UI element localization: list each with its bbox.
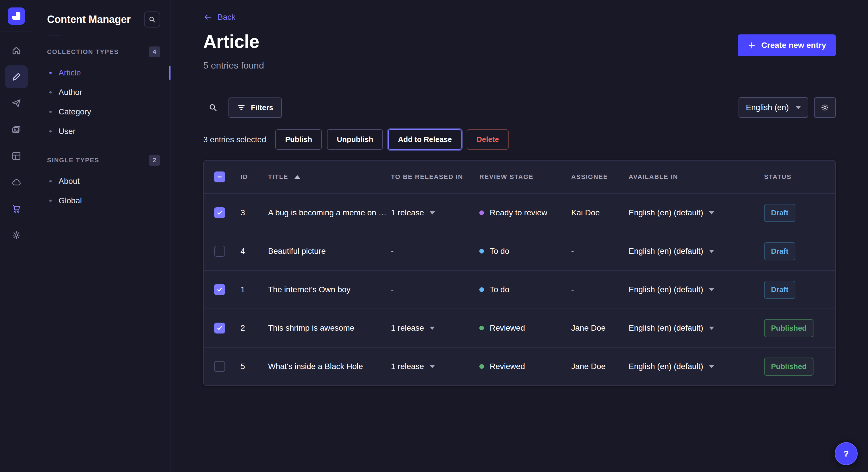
row-stage-label: To do	[490, 247, 509, 256]
row-locale-dropdown[interactable]: English (en) (default)	[629, 208, 762, 217]
home-icon[interactable]	[5, 39, 28, 62]
minus-icon	[216, 173, 223, 180]
add-to-release-button[interactable]: Add to Release	[388, 129, 462, 150]
sidebar-item-article[interactable]: Article	[33, 63, 170, 82]
media-library-icon[interactable]	[5, 118, 28, 141]
sidebar-search-button[interactable]	[144, 11, 160, 28]
row-locale-label: English (en) (default)	[629, 208, 703, 217]
release-caret-icon	[430, 211, 435, 214]
create-new-entry-label: Create new entry	[761, 41, 826, 50]
row-checkbox[interactable]	[214, 246, 225, 257]
release-caret-icon	[430, 365, 435, 368]
back-link[interactable]: Back	[203, 12, 236, 22]
sidebar-item-about[interactable]: About	[33, 171, 170, 191]
status-badge: Published	[764, 358, 813, 376]
table-row[interactable]: 5 What's inside a Black Hole 1 release R…	[204, 347, 835, 385]
sidebar-item-category[interactable]: Category	[33, 102, 170, 122]
create-new-entry-button[interactable]: Create new entry	[738, 34, 836, 56]
delete-button[interactable]: Delete	[467, 129, 508, 150]
row-locale-dropdown[interactable]: English (en) (default)	[629, 285, 762, 294]
row-stage-label: Ready to review	[490, 208, 547, 217]
row-release-dropdown[interactable]: 1 release	[391, 324, 477, 333]
row-locale-dropdown[interactable]: English (en) (default)	[629, 362, 762, 371]
filter-icon	[237, 103, 246, 112]
collection-types-section: COLLECTION TYPES 4 Article Author Catego…	[33, 46, 170, 141]
row-review-stage: To do	[479, 285, 569, 294]
review-stage-dot	[479, 326, 484, 330]
table-row[interactable]: 4 Beautiful picture - To do - English (e…	[204, 232, 835, 270]
view-settings-button[interactable]	[814, 97, 836, 118]
column-header-release: TO BE RELEASED IN	[391, 173, 477, 181]
content-manager-icon[interactable]	[5, 65, 28, 88]
gear-icon	[820, 103, 830, 112]
column-header-title[interactable]: TITLE	[268, 173, 389, 181]
publish-button[interactable]: Publish	[275, 129, 322, 150]
row-release-dropdown[interactable]: 1 release	[391, 208, 477, 217]
row-release-label: 1 release	[391, 208, 424, 217]
row-checkbox[interactable]	[214, 284, 225, 295]
column-header-available-in: AVAILABLE IN	[629, 173, 762, 181]
logo-area	[0, 0, 33, 32]
sidebar-item-label: Author	[59, 88, 82, 97]
row-stage-label: To do	[490, 285, 509, 294]
content-manager-sidebar: Content Manager COLLECTION TYPES 4 Artic…	[33, 0, 171, 472]
single-types-section: SINGLE TYPES 2 About Global	[33, 155, 170, 210]
review-stage-dot	[479, 364, 484, 369]
sidebar-item-label: User	[59, 127, 75, 136]
row-locale-label: English (en) (default)	[629, 247, 703, 256]
rail-nav	[5, 39, 28, 247]
settings-icon[interactable]	[5, 224, 28, 247]
row-checkbox[interactable]	[214, 323, 225, 334]
help-button[interactable]: ?	[835, 442, 858, 465]
column-header-id: ID	[241, 173, 266, 181]
row-locale-label: English (en) (default)	[629, 285, 703, 294]
unpublish-button[interactable]: Unpublish	[327, 129, 383, 150]
column-header-title-label: TITLE	[268, 173, 288, 181]
bullet-icon	[50, 180, 52, 182]
status-badge: Draft	[764, 242, 795, 260]
selection-bar: 3 entries selected Publish Unpublish Add…	[203, 129, 836, 150]
sidebar-item-author[interactable]: Author	[33, 82, 170, 102]
table-row[interactable]: 1 The internet's Own boy - To do - Engli…	[204, 270, 835, 308]
app-root: KD Content Manager COLLECTION TYPES 4 Ar…	[0, 0, 868, 472]
sidebar-divider	[47, 36, 61, 36]
row-review-stage: Reviewed	[479, 324, 569, 333]
sidebar-item-global[interactable]: Global	[33, 191, 170, 210]
row-checkbox[interactable]	[214, 207, 225, 218]
row-review-stage: Ready to review	[479, 208, 569, 217]
sidebar-item-label: Category	[59, 107, 91, 116]
locale-caret-icon	[709, 365, 714, 368]
status-badge: Draft	[764, 204, 795, 222]
table-row[interactable]: 3 A bug is becoming a meme on the intern…	[204, 193, 835, 232]
sidebar-item-label: About	[59, 177, 80, 186]
locale-select[interactable]: English (en)	[739, 97, 808, 118]
locale-caret-icon	[709, 250, 714, 253]
select-all-checkbox[interactable]	[214, 171, 225, 182]
status-badge: Draft	[764, 281, 795, 299]
locale-caret-icon	[709, 288, 714, 291]
sidebar-item-user[interactable]: User	[33, 122, 170, 141]
selection-count-text: 3 entries selected	[203, 135, 266, 144]
row-release-label: 1 release	[391, 324, 424, 333]
sort-ascending-icon	[294, 175, 300, 179]
content-type-builder-icon[interactable]	[5, 144, 28, 167]
page-title: Article	[203, 31, 259, 52]
chevron-down-icon	[796, 106, 801, 109]
table-header-row: ID TITLE TO BE RELEASED IN REVIEW STAGE …	[204, 161, 835, 193]
marketplace-icon[interactable]	[5, 197, 28, 220]
row-locale-dropdown[interactable]: English (en) (default)	[629, 324, 762, 333]
row-checkbox[interactable]	[214, 361, 225, 372]
row-release-dropdown[interactable]: 1 release	[391, 362, 477, 371]
cloud-icon[interactable]	[5, 171, 28, 194]
row-title: This shrimp is awesome	[268, 324, 389, 333]
filters-button[interactable]: Filters	[228, 98, 282, 118]
table-row[interactable]: 2 This shrimp is awesome 1 release Revie…	[204, 308, 835, 347]
row-release-dropdown: -	[391, 285, 477, 294]
strapi-logo[interactable]	[8, 7, 25, 25]
search-button[interactable]	[203, 98, 223, 117]
row-locale-dropdown[interactable]: English (en) (default)	[629, 247, 762, 256]
plus-icon	[747, 41, 756, 49]
row-title: Beautiful picture	[268, 247, 389, 256]
releases-icon[interactable]	[5, 92, 28, 115]
bullet-icon	[50, 200, 52, 202]
